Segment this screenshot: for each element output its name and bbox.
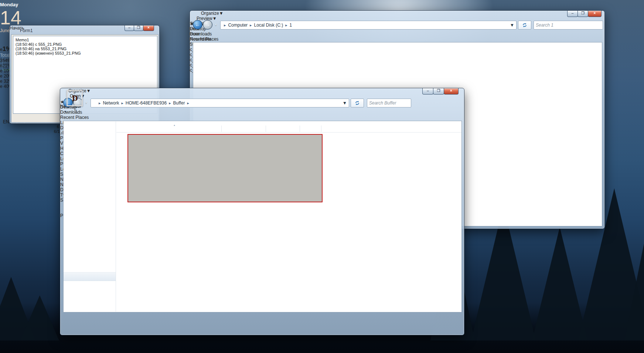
memo-line: (18:50:46) на 5553_21.PNG: [16, 47, 155, 51]
close-button[interactable]: ×: [588, 11, 602, 17]
meter-core4-label: e 4: [0, 84, 6, 89]
delphi-letter: D: [72, 93, 78, 103]
refresh-button[interactable]: [351, 99, 364, 107]
window-caption-buttons: – ❐ ×: [423, 88, 459, 95]
sidebar-network-highlight: [64, 272, 116, 281]
preview-menu[interactable]: Preview▼: [197, 16, 604, 21]
red-bordered-overlay: [127, 134, 323, 202]
minimize-button[interactable]: –: [567, 11, 578, 17]
close-button[interactable]: ×: [143, 25, 154, 31]
desktop: Monday 14 June 2010 e1% Total 3549MB n21…: [0, 0, 644, 353]
open-menu[interactable]: Open▼: [70, 93, 464, 99]
search-box[interactable]: [367, 99, 411, 107]
maximize-button[interactable]: ❐: [433, 88, 444, 95]
memo-line: (18:50:46) (изменен) 5553_21.PNG: [16, 51, 155, 55]
window-caption-buttons: – ❐ ×: [125, 25, 154, 31]
column-divider[interactable]: [266, 126, 266, 132]
address-bar[interactable]: ▶ Network ▶ HOME-648EFBE936 ▶ Buffer ▶ ▼: [91, 99, 349, 107]
breadcrumb-computer[interactable]: Computer: [227, 23, 248, 28]
breadcrumb-arrow-icon: ▶: [224, 24, 226, 27]
minimize-button[interactable]: –: [422, 88, 433, 95]
breadcrumb-arrow-icon: ▶: [187, 102, 189, 104]
recent-pages-chevron-icon[interactable]: ▼: [85, 101, 88, 104]
meter-core2-label: e 2: [0, 73, 6, 79]
window-title: Form1: [20, 28, 33, 33]
maximize-button[interactable]: ❐: [577, 11, 588, 17]
back-button[interactable]: ←: [193, 20, 202, 30]
breadcrumb-arrow-icon: ▶: [121, 102, 123, 104]
address-dropdown-icon[interactable]: ▼: [510, 23, 514, 28]
forward-button[interactable]: →: [203, 20, 212, 30]
memo-line: (18:50:46) с 555_21.PNG: [16, 42, 155, 47]
minimize-button[interactable]: –: [125, 25, 134, 31]
breadcrumb-home-pc[interactable]: HOME-648EFBE936: [125, 100, 167, 106]
search-box[interactable]: [534, 21, 603, 30]
maximize-button[interactable]: ❐: [134, 25, 143, 31]
network-share-icon: [93, 101, 97, 105]
column-divider[interactable]: [221, 126, 222, 132]
sidebar-separator[interactable]: [116, 121, 116, 312]
breadcrumb-arrow-icon: ▶: [285, 24, 287, 27]
address-dropdown-icon[interactable]: ▼: [343, 100, 347, 106]
organize-menu[interactable]: Organize▼: [201, 11, 604, 16]
sidebar-item-recent-places[interactable]: Recent Places: [60, 115, 464, 120]
breadcrumb-arrow-icon: ▶: [99, 102, 100, 104]
column-divider[interactable]: [321, 126, 321, 132]
refresh-icon: [355, 100, 360, 106]
search-input[interactable]: [536, 23, 599, 28]
column-divider[interactable]: [300, 126, 300, 132]
breadcrumb-arrow-icon: ▶: [250, 24, 252, 27]
breadcrumb-local-disk-c[interactable]: Local Disk (C:): [253, 23, 284, 28]
sidebar-item-downloads[interactable]: Downloads: [190, 31, 604, 37]
tree-silhouette: [532, 227, 587, 340]
memo-line: Memo1: [16, 38, 155, 42]
column-header-row: [116, 125, 461, 133]
delphi-big-icon: D: [67, 90, 83, 106]
delphi-app-icon: [13, 28, 18, 33]
explorer-window-buffer: – ❐ × ← → ▼ ▶ Network ▶ HOME-648EFBE936 …: [60, 88, 464, 335]
breadcrumb-folder-1[interactable]: 1: [289, 23, 293, 28]
sidebar-item-recent-places[interactable]: Recent Places: [190, 37, 604, 42]
search-input[interactable]: [369, 100, 408, 106]
sort-ascending-icon[interactable]: ▲: [173, 124, 176, 126]
command-toolbar: Organize▼ Open▼ Burn New folder ▼ ?: [60, 88, 464, 99]
calendar-weekday: Monday: [0, 2, 46, 7]
organize-menu[interactable]: Organize▼: [68, 88, 464, 93]
breadcrumb-network[interactable]: Network: [102, 100, 120, 106]
refresh-icon: [522, 23, 527, 28]
meter-row-label: e: [0, 47, 3, 52]
recent-pages-chevron-icon[interactable]: ▼: [214, 23, 217, 27]
command-toolbar: Organize▼ Preview▼ Slide show Print Burn…: [190, 11, 604, 21]
refresh-button[interactable]: [518, 21, 531, 30]
close-button[interactable]: ×: [444, 88, 459, 95]
sidebar-item-downloads[interactable]: Downloads: [60, 110, 464, 115]
breadcrumb-buffer[interactable]: Buffer: [173, 100, 186, 106]
window-caption-buttons: – ❐ ×: [568, 11, 602, 17]
breadcrumb-arrow-icon: ▶: [169, 102, 171, 104]
address-bar[interactable]: ▶ Computer ▶ Local Disk (C:) ▶ 1 ▼: [220, 21, 517, 30]
meter-core3-label: e 3: [0, 79, 6, 84]
